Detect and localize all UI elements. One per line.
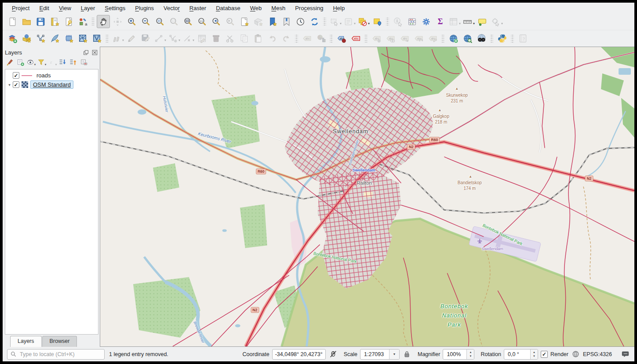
- pan-map-button[interactable]: [97, 15, 110, 28]
- layers-panel-title: Layers: [5, 49, 81, 56]
- zoom-native-resolution-button[interactable]: 1:1: [195, 15, 208, 28]
- scale-combo[interactable]: 1:27093 ▼: [360, 349, 400, 360]
- refresh-map-button[interactable]: [308, 15, 321, 28]
- rotation-spin-buttons[interactable]: ▲▼: [530, 349, 538, 359]
- layer-visibility-checkbox[interactable]: ✓: [13, 81, 19, 88]
- delete-selected-icon: [211, 33, 221, 44]
- menu-plugins[interactable]: Plugins: [130, 4, 159, 13]
- new-print-layout-button[interactable]: [48, 15, 61, 28]
- remove-layer-button[interactable]: [79, 58, 89, 68]
- temporal-controller-button[interactable]: [294, 15, 307, 28]
- new-shapefile-layer-button[interactable]: [34, 32, 47, 45]
- map-canvas[interactable]: SwellendamRailtonSwellendamSwellendam▲Sk…: [100, 47, 634, 347]
- panel-float-button[interactable]: [82, 49, 90, 56]
- filter-legend-button[interactable]: ▾: [36, 58, 47, 68]
- new-spatialite-layer-button[interactable]: [48, 32, 61, 45]
- zoom-in-button[interactable]: [125, 15, 138, 28]
- new-geopackage-layer-button[interactable]: [20, 32, 33, 45]
- panel-close-button[interactable]: [91, 49, 98, 56]
- add-group-button[interactable]: [15, 58, 25, 68]
- zoom-next-icon: [225, 17, 235, 27]
- menu-vector[interactable]: Vector: [159, 4, 185, 13]
- dock-tab-browser[interactable]: Browser: [42, 336, 77, 347]
- open-layer-styling-button[interactable]: [5, 58, 15, 68]
- close-icon: [91, 49, 98, 56]
- statistical-summary-button[interactable]: Σ: [433, 15, 447, 28]
- locator-search[interactable]: [7, 349, 105, 360]
- measure-line-button[interactable]: ▾: [462, 15, 475, 28]
- menu-mesh[interactable]: Mesh: [266, 4, 290, 13]
- collapse-all-button[interactable]: [68, 58, 78, 68]
- help-contents-icon: ?: [518, 33, 528, 44]
- filter-legend-dropdown[interactable]: ▾: [45, 60, 47, 66]
- coordinate-input[interactable]: [272, 349, 326, 360]
- toggle-extents-icon[interactable]: [328, 349, 338, 359]
- open-field-calculator-button[interactable]: [405, 15, 419, 28]
- manage-map-themes-dropdown[interactable]: ▾: [34, 60, 36, 66]
- cut-features-icon: [225, 33, 235, 44]
- split-features-icon: [182, 33, 192, 44]
- highlight-pinned-labels-button[interactable]: ab: [335, 32, 348, 45]
- layer-name[interactable]: OSM Standard: [30, 80, 73, 89]
- deselect-features-button[interactable]: ▾: [357, 15, 370, 28]
- zoom-to-layer-button[interactable]: [181, 15, 194, 28]
- menu-view[interactable]: View: [54, 4, 76, 13]
- search-web-services-button[interactable]: [461, 32, 474, 45]
- python-console-button[interactable]: [495, 32, 509, 45]
- open-project-button[interactable]: [20, 15, 33, 28]
- open-data-source-manager-button[interactable]: [6, 32, 19, 45]
- metasearch-button[interactable]: [475, 32, 488, 45]
- magnifier-spinbox[interactable]: 100% ▲▼: [443, 349, 474, 360]
- menu-web[interactable]: Web: [245, 4, 267, 13]
- menu-edit[interactable]: Edit: [34, 4, 54, 13]
- style-manager-button[interactable]: a: [76, 15, 89, 28]
- toggle-unplaced-labels-button[interactable]: abc: [349, 32, 362, 45]
- new-virtual-layer-button[interactable]: [62, 32, 75, 45]
- layer-row-osm-standard[interactable]: ▾✓OSM Standard: [5, 80, 98, 89]
- layer-expander[interactable]: ▾: [6, 83, 13, 87]
- zoom-out-button[interactable]: [139, 15, 152, 28]
- toggle-editing-icon: [127, 33, 137, 44]
- map-tips-button[interactable]: [476, 15, 489, 28]
- select-by-location-button[interactable]: [371, 15, 384, 28]
- new-project-icon: [7, 17, 18, 27]
- menu-settings[interactable]: Settings: [100, 4, 130, 13]
- new-project-button[interactable]: [6, 15, 19, 28]
- zoom-last-button[interactable]: [209, 15, 222, 28]
- magnifier-spin-buttons[interactable]: ▲▼: [466, 349, 474, 359]
- menu-layer[interactable]: Layer: [76, 4, 100, 13]
- menu-processing[interactable]: Processing: [290, 4, 328, 13]
- expand-all-button[interactable]: [58, 58, 68, 68]
- rotation-spinbox[interactable]: 0,0 ° ▲▼: [504, 349, 538, 360]
- menu-database[interactable]: Database: [211, 4, 245, 13]
- layer-name[interactable]: roads: [34, 72, 53, 79]
- menu-project[interactable]: Project: [7, 4, 34, 13]
- dock-tab-layers[interactable]: Layers: [10, 336, 42, 347]
- scale-dropdown-button[interactable]: ▼: [389, 349, 399, 359]
- zoom-full-extent-button[interactable]: [153, 15, 166, 28]
- layer-row-roads[interactable]: ✓roads: [5, 71, 98, 80]
- svg-text:1:1: 1:1: [200, 20, 203, 22]
- manage-map-themes-button[interactable]: ▾: [26, 58, 36, 68]
- toggle-editing-button: [125, 32, 138, 45]
- new-mesh-layer-button[interactable]: [76, 32, 89, 45]
- render-checkbox[interactable]: ✓: [541, 351, 548, 358]
- measure-line-dropdown[interactable]: ▾: [473, 18, 475, 25]
- show-layout-manager-button[interactable]: [62, 15, 75, 28]
- deselect-features-dropdown[interactable]: ▾: [368, 18, 370, 25]
- processing-toolbox-button[interactable]: [419, 15, 433, 28]
- layer-diagram-options-button: [314, 32, 328, 45]
- menu-help[interactable]: Help: [328, 4, 349, 13]
- locator-input[interactable]: [19, 351, 101, 358]
- messages-icon[interactable]: [621, 349, 630, 359]
- menu-raster[interactable]: Raster: [185, 4, 211, 13]
- layer-visibility-checkbox[interactable]: ✓: [13, 72, 19, 79]
- new-gpx-layer-button[interactable]: [90, 32, 103, 45]
- show-spatial-bookmarks-button[interactable]: [280, 15, 293, 28]
- new-spatial-bookmark-button[interactable]: [266, 15, 279, 28]
- save-project-button[interactable]: [34, 15, 47, 28]
- add-web-service-button[interactable]: [447, 32, 460, 45]
- new-map-view-button[interactable]: [237, 15, 251, 28]
- lock-scale-icon[interactable]: [402, 349, 411, 359]
- crs-globe-icon[interactable]: [571, 349, 580, 359]
